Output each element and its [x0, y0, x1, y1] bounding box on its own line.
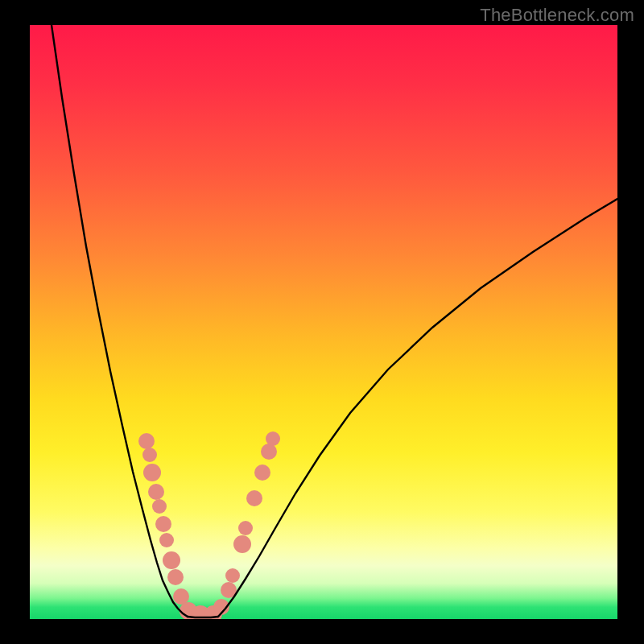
scatter-group — [138, 431, 280, 619]
scatter-dot — [233, 535, 251, 553]
scatter-dot — [261, 444, 277, 460]
scatter-dot — [143, 464, 161, 481]
scatter-dot — [173, 588, 189, 605]
plot-area — [30, 25, 617, 619]
scatter-dot — [254, 464, 270, 481]
scatter-dot — [142, 448, 157, 462]
scatter-dot — [155, 516, 171, 532]
chart-frame: TheBottleneck.com — [0, 0, 644, 644]
scatter-dot — [159, 533, 174, 547]
scatter-dot — [138, 433, 155, 449]
scatter-dot — [163, 551, 180, 569]
scatter-dot — [246, 490, 262, 506]
scatter-dot — [238, 521, 253, 535]
scatter-dot — [148, 484, 164, 500]
curve-floor — [188, 617, 218, 617]
curve-right-branch — [218, 199, 617, 617]
watermark-text: TheBottleneck.com — [480, 5, 634, 26]
scatter-dot — [152, 499, 167, 514]
chart-overlay — [30, 25, 617, 619]
scatter-dot — [167, 569, 184, 585]
scatter-dot — [225, 568, 240, 583]
scatter-dot — [266, 431, 280, 446]
